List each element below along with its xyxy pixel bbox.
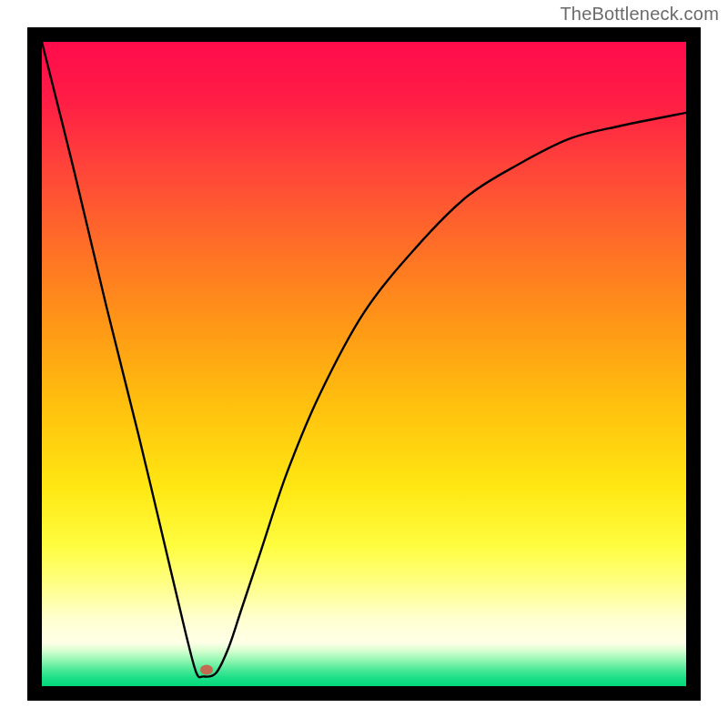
chart-container: TheBottleneck.com	[0, 0, 728, 728]
watermark-text: TheBottleneck.com	[560, 4, 719, 25]
bottleneck-curve	[42, 42, 686, 686]
plot-area	[42, 42, 686, 686]
highlight-marker	[200, 665, 213, 675]
curve-path	[42, 42, 686, 677]
